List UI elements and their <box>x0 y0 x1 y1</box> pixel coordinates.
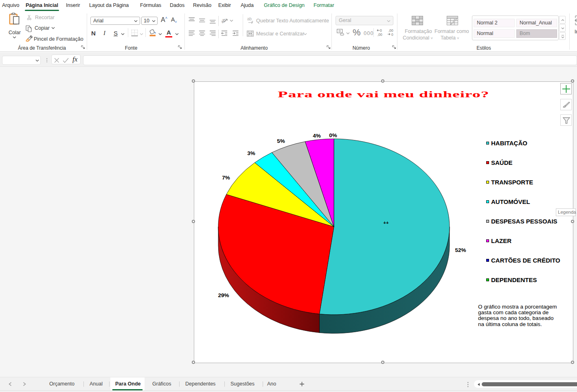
svg-text:0: 0 <box>391 33 393 37</box>
svg-text:ab: ab <box>247 17 252 21</box>
svg-text:0: 0 <box>380 28 382 33</box>
svg-text:,00: ,00 <box>377 33 382 37</box>
svg-text:,00: ,00 <box>388 28 393 33</box>
